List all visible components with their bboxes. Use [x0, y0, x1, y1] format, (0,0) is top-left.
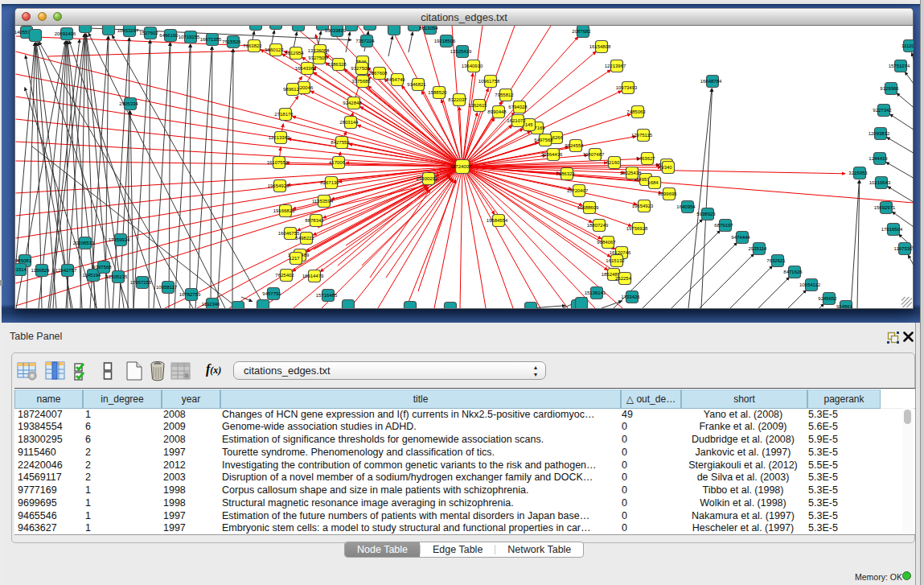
svg-text:19584554: 19584554	[487, 218, 508, 223]
svg-text:8912954: 8912954	[285, 51, 304, 56]
svg-text:18807249: 18807249	[587, 223, 609, 228]
svg-text:1217: 1217	[289, 256, 300, 261]
svg-text:10807487: 10807487	[583, 152, 605, 157]
svg-text:9474444: 9474444	[731, 235, 750, 240]
svg-text:16671355: 16671355	[200, 37, 222, 42]
svg-text:8267130: 8267130	[320, 180, 339, 185]
svg-text:10654112: 10654112	[799, 282, 821, 287]
svg-text:1640954: 1640954	[676, 204, 696, 209]
svg-text:1167530: 1167530	[894, 246, 914, 251]
svg-text:2935114: 2935114	[749, 246, 768, 251]
svg-text:6466160: 6466160	[159, 33, 179, 38]
svg-text:5938923: 5938923	[696, 212, 716, 216]
svg-text:16154808: 16154808	[589, 44, 611, 49]
svg-text:11120: 11120	[901, 43, 914, 48]
svg-text:2803144: 2803144	[339, 120, 359, 125]
svg-text:19756928: 19756928	[626, 226, 648, 231]
svg-text:1527602: 1527602	[139, 31, 158, 35]
svg-text:10688609: 10688609	[577, 205, 599, 210]
svg-text:15692971: 15692971	[874, 205, 896, 210]
svg-text:3375685: 3375685	[351, 79, 371, 84]
svg-text:7625402: 7625402	[275, 273, 294, 278]
svg-text:20206533: 20206533	[73, 241, 95, 245]
svg-text:15136141: 15136141	[585, 290, 606, 295]
svg-text:9660123: 9660123	[265, 47, 284, 52]
svg-text:17016504: 17016504	[881, 227, 903, 232]
svg-text:7986322: 7986322	[556, 171, 575, 176]
svg-text:1621072: 1621072	[507, 118, 526, 123]
svg-text:6879197: 6879197	[714, 223, 733, 228]
svg-text:9463627: 9463627	[636, 156, 655, 161]
svg-text:15716485: 15716485	[316, 293, 338, 298]
svg-text:8454749: 8454749	[386, 77, 405, 82]
svg-text:7485063: 7485063	[626, 109, 646, 114]
svg-text:1244419: 1244419	[869, 156, 888, 161]
svg-text:10961758: 10961758	[478, 79, 500, 84]
svg-text:17359924: 17359924	[109, 237, 130, 242]
svg-text:8813054: 8813054	[419, 26, 438, 31]
svg-text:16648784: 16648784	[700, 79, 722, 84]
svg-text:8186328: 8186328	[327, 62, 347, 67]
svg-text:252254: 252254	[615, 276, 632, 281]
svg-text:12975115: 12975115	[631, 133, 653, 138]
svg-text:12942757: 12942757	[55, 268, 77, 273]
svg-text:7955812: 7955812	[495, 93, 514, 97]
svg-text:11353594: 11353594	[312, 199, 334, 204]
svg-text:16914479: 16914479	[302, 274, 324, 278]
svg-text:1615132: 1615132	[606, 258, 625, 263]
svg-text:9242848: 9242848	[343, 101, 362, 105]
svg-text:1156829: 1156829	[31, 268, 51, 273]
svg-text:9227342: 9227342	[873, 108, 892, 113]
svg-text:16107552: 16107552	[267, 160, 289, 165]
svg-text:7663822: 7663822	[243, 43, 262, 48]
svg-text:19166825: 19166825	[273, 208, 295, 213]
svg-text:5498222: 5498222	[295, 236, 314, 241]
svg-text:16543362: 16543362	[295, 66, 317, 71]
svg-text:19654923: 19654923	[268, 183, 290, 188]
svg-text:7357224: 7357224	[355, 39, 375, 43]
svg-text:12505135: 12505135	[106, 274, 128, 279]
svg-text:7515526: 7515526	[222, 39, 241, 44]
svg-text:3215953: 3215953	[848, 171, 868, 175]
svg-text:391514: 391514	[15, 267, 27, 272]
svg-text:10653267: 10653267	[117, 28, 139, 33]
svg-text:1362615: 1362615	[468, 103, 487, 108]
svg-text:12213369: 12213369	[269, 135, 290, 140]
svg-text:9340: 9340	[661, 165, 672, 170]
svg-text:8878342: 8878342	[305, 218, 324, 223]
svg-text:2905334: 2905334	[119, 101, 138, 106]
svg-text:17957255: 17957255	[130, 280, 152, 285]
svg-text:15751074: 15751074	[889, 64, 910, 68]
svg-text:8471626: 8471626	[783, 270, 803, 274]
svg-text:19654923: 19654923	[632, 204, 654, 208]
svg-text:16782759: 16782759	[179, 292, 201, 297]
svg-text:9457791: 9457791	[262, 291, 281, 296]
svg-text:19218506: 19218506	[434, 39, 456, 43]
svg-text:2718176: 2718176	[274, 112, 294, 117]
svg-text:2867608: 2867608	[368, 71, 388, 76]
svg-text:2087682: 2087682	[572, 29, 591, 34]
svg-text:8322037: 8322037	[448, 97, 467, 102]
svg-text:10958117: 10958117	[156, 285, 178, 290]
svg-text:20691406: 20691406	[55, 31, 76, 36]
svg-text:9327508: 9327508	[351, 66, 370, 71]
svg-text:9146821: 9146821	[407, 82, 426, 87]
svg-text:1588520: 1588520	[428, 90, 447, 95]
svg-text:6899695: 6899695	[658, 192, 677, 196]
svg-text:1733426: 1733426	[621, 295, 640, 299]
svg-text:9397568: 9397568	[92, 265, 112, 270]
svg-text:12093832: 12093832	[869, 131, 890, 136]
svg-text:8427552: 8427552	[331, 140, 350, 145]
svg-text:989612: 989612	[283, 87, 300, 92]
svg-text:6794028: 6794028	[508, 105, 528, 109]
svg-text:18724007: 18724007	[450, 164, 472, 169]
svg-text:10973493: 10973493	[616, 85, 638, 90]
svg-text:1192346: 1192346	[202, 302, 221, 307]
svg-text:9245652: 9245652	[818, 296, 837, 301]
svg-text:12213967: 12213967	[605, 64, 626, 68]
svg-text:16033809: 16033809	[325, 28, 347, 33]
svg-text:3624554: 3624554	[565, 143, 584, 148]
svg-text:985081: 985081	[15, 258, 32, 263]
svg-text:13640910: 13640910	[462, 64, 483, 68]
svg-text:7632621: 7632621	[766, 258, 786, 263]
